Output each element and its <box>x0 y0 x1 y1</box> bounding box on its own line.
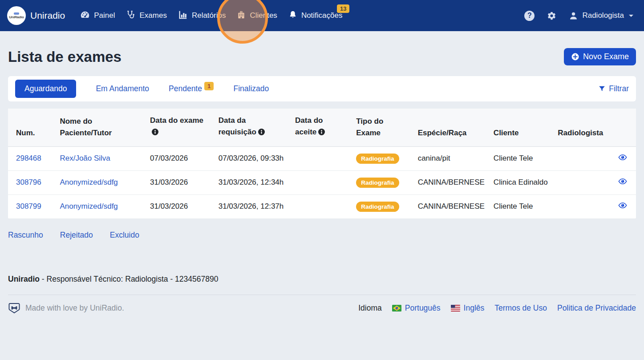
gauge-icon <box>80 10 90 22</box>
eye-icon[interactable] <box>618 178 627 186</box>
secondary-status-links: Rascunho Rejeitado Excluido <box>8 231 636 240</box>
person-icon <box>569 11 578 20</box>
info-circle-icon[interactable] <box>258 127 265 139</box>
chevron-down-icon <box>629 15 633 17</box>
nav-item-exames[interactable]: Exames <box>126 0 166 31</box>
tab-em-andamento[interactable]: Em Andamento <box>96 84 149 93</box>
request-date: 31/03/2026, 12:34h <box>214 170 291 194</box>
nav-item-label: Clientes <box>250 11 277 20</box>
nav-item-label: Notificações <box>301 11 343 20</box>
nav-item-painel[interactable]: Painel <box>80 0 115 31</box>
client: Cliente Tele <box>489 194 553 218</box>
exam-number-link[interactable]: 308796 <box>16 178 41 186</box>
bar-chart-icon <box>178 10 188 22</box>
language-ingles-link: Inglês <box>464 303 485 313</box>
tab-pendente-label: Pendente <box>169 84 202 93</box>
top-navbar: UniRadio Uniradio Painel Exames Relatóri… <box>0 0 644 31</box>
table-row: 298468 Rex/João Silva 07/03/2026 07/03/2… <box>8 146 636 170</box>
col-exam-date: Data do exame <box>150 116 203 125</box>
radiologist <box>553 146 608 170</box>
table-header-row: Num. Nome do Paciente/Tutor Data do exam… <box>8 109 636 146</box>
made-with-love: Made with love by UniRadio. <box>8 303 124 314</box>
link-excluido[interactable]: Excluido <box>110 231 139 240</box>
brand[interactable]: UniRadio Uniradio <box>7 6 65 25</box>
col-client: Cliente <box>494 127 549 139</box>
pendente-count-badge: 1 <box>204 82 214 90</box>
col-species: Espécie/Raça <box>418 127 485 139</box>
language-ingles[interactable]: Inglês <box>451 303 485 313</box>
nav-item-label: Exames <box>139 11 166 20</box>
language-label: Idioma <box>358 303 382 313</box>
navbar-right: ? Radiologista <box>524 11 633 21</box>
exam-number-link[interactable]: 308799 <box>16 202 41 210</box>
uniradio-logo: UniRadio <box>7 6 26 25</box>
request-date: 07/03/2026, 09:33h <box>214 146 291 170</box>
new-exam-button-label: Novo Exame <box>583 52 629 61</box>
patient-link[interactable]: Rex/João Silva <box>60 154 110 162</box>
funnel-icon <box>598 85 606 93</box>
technical-responsible-line: Uniradio - Responsável Técnico: Radiolog… <box>8 275 636 284</box>
privacy-policy-link[interactable]: Politica de Privacidade <box>557 303 636 313</box>
exam-type-badge: Radiografia <box>356 178 399 188</box>
notification-count-badge: 13 <box>337 4 349 13</box>
col-num: Num. <box>16 127 51 139</box>
exam-type-badge: Radiografia <box>356 154 399 164</box>
plus-circle-icon <box>571 53 579 61</box>
new-exam-button[interactable]: Novo Exame <box>564 48 636 65</box>
col-request-date: Data da requisição <box>219 116 256 136</box>
language-portugues[interactable]: Português <box>392 303 441 313</box>
logo-text: UniRadio <box>9 15 24 19</box>
made-with-text: Made with love by UniRadio. <box>25 303 124 313</box>
species: CANINA/BERNESE <box>413 170 489 194</box>
nav-item-label: Relatórios <box>192 11 226 20</box>
bell-icon <box>288 10 297 22</box>
accept-date <box>291 170 352 194</box>
info-circle-icon[interactable] <box>152 127 158 139</box>
species: CANINA/BERNESE <box>413 194 489 218</box>
nav-item-clientes[interactable]: Clientes <box>237 0 277 31</box>
exam-table-card: Num. Nome do Paciente/Tutor Data do exam… <box>8 109 636 219</box>
accept-date <box>291 146 352 170</box>
bone-icon <box>14 12 19 15</box>
species: canina/pit <box>413 146 489 170</box>
nav-item-notificacoes[interactable]: Notificações 13 <box>288 0 343 31</box>
question-circle-icon[interactable]: ? <box>524 11 535 21</box>
col-patient: Nome do Paciente/Tutor <box>60 116 120 139</box>
table-row: 308796 Anonymized/sdfg 31/03/2026 31/03/… <box>8 170 636 194</box>
patient-link[interactable]: Anonymized/sdfg <box>60 178 117 186</box>
link-rejeitado[interactable]: Rejeitado <box>60 231 93 240</box>
table-row: 308799 Anonymized/sdfg 31/03/2026 31/03/… <box>8 194 636 218</box>
page-title: Lista de exames <box>8 49 122 65</box>
accept-date <box>291 194 352 218</box>
brand-name: Uniradio <box>30 10 65 21</box>
filter-label: Filtrar <box>609 84 629 93</box>
info-circle-icon[interactable] <box>318 127 325 139</box>
nav-item-relatorios[interactable]: Relatórios <box>178 0 226 31</box>
tab-aguardando[interactable]: Aguardando <box>15 80 76 98</box>
link-rascunho[interactable]: Rascunho <box>8 231 43 240</box>
request-date: 31/03/2026, 12:37h <box>214 194 291 218</box>
exam-type-badge: Radiografia <box>356 202 399 212</box>
tab-finalizado[interactable]: Finalizado <box>233 84 269 93</box>
exam-date: 31/03/2026 <box>146 170 214 194</box>
stethoscope-icon <box>126 10 135 22</box>
bone-tag-icon <box>8 303 20 314</box>
eye-icon[interactable] <box>618 154 627 162</box>
exam-date: 07/03/2026 <box>146 146 214 170</box>
terms-of-use-link[interactable]: Termos de Uso <box>494 303 547 313</box>
gear-icon[interactable] <box>547 11 557 21</box>
exam-table: Num. Nome do Paciente/Tutor Data do exam… <box>8 109 636 219</box>
filter-button[interactable]: Filtrar <box>598 84 629 93</box>
exam-number-link[interactable]: 298468 <box>16 154 41 162</box>
user-dropdown[interactable]: Radiologista <box>569 11 633 20</box>
radiologist <box>553 170 608 194</box>
nav-item-label: Painel <box>94 11 115 20</box>
tab-pendente[interactable]: Pendente1 <box>169 84 214 93</box>
brazil-flag-icon <box>392 305 401 311</box>
eye-icon[interactable] <box>618 202 627 210</box>
client: Clinica Edinaldo <box>489 170 553 194</box>
language-portugues-link: Português <box>405 303 441 313</box>
client: Cliente Tele <box>489 146 553 170</box>
footer-technical-text: - Responsável Técnico: Radiologista - 12… <box>40 275 218 283</box>
patient-link[interactable]: Anonymized/sdfg <box>60 202 117 210</box>
